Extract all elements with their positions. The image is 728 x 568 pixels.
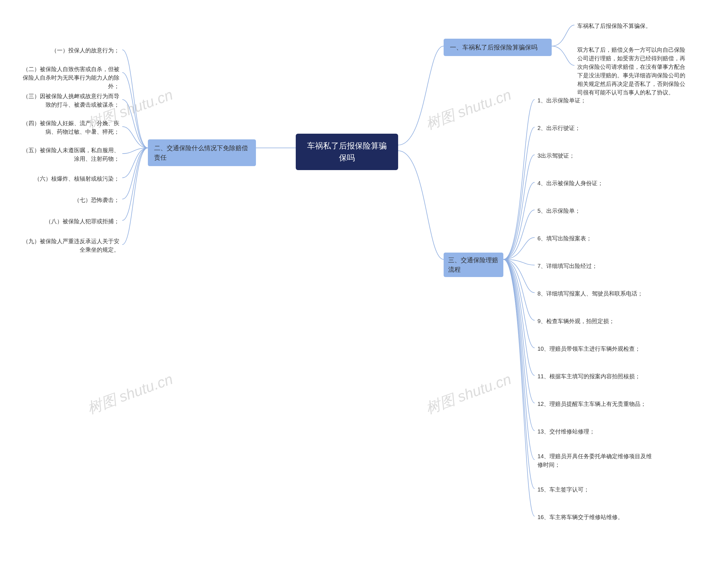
branch-2-leaf-7: （八）被保险人犯罪或拒捕；: [23, 217, 119, 226]
branch-2-leaf-5: （六）核爆炸、核辐射或核污染；: [23, 174, 119, 183]
branch-3-leaf-1: 2、出示行驶证；: [537, 124, 580, 132]
branch-3[interactable]: 三、交通保险理赔流程: [444, 253, 503, 277]
watermark: 树图 shutu.cn: [85, 369, 176, 419]
branch-3-leaf-0: 1、出示保险单证；: [537, 96, 586, 105]
branch-1-leaf-1: 双方私了后，赔偿义务一方可以向自己保险公司进行理赔，如受害方已经得到赔偿，再次向…: [577, 46, 685, 97]
branch-3-leaf-5: 6、填写出险报案表；: [537, 234, 592, 243]
branch-3-leaf-14: 15、车主签字认可；: [537, 485, 589, 494]
branch-3-leaf-12: 13、交付维修站修理；: [537, 427, 595, 436]
branch-2-leaf-6: （七）恐怖袭击；: [23, 196, 119, 204]
branch-3-leaf-8: 9、检查车辆外观，拍照定损；: [537, 317, 615, 325]
watermark: 树图 shutu.cn: [423, 85, 514, 134]
branch-2[interactable]: 二、交通保险什么情况下免除赔偿责任: [148, 139, 256, 166]
branch-2-leaf-8: （九）被保险人严重违反承运人关于安全乘坐的规定。: [23, 237, 119, 254]
branch-3-leaf-15: 16、车主将车辆交于维修站维修。: [537, 513, 623, 521]
branch-3-leaf-2: 3出示驾驶证；: [537, 151, 575, 160]
branch-2-label: 二、交通保险什么情况下免除赔偿责任: [154, 144, 248, 161]
branch-1-label: 一、车祸私了后报保险算骗保吗: [450, 44, 537, 51]
branch-3-leaf-7: 8、详细填写报案人、驾驶员和联系电话；: [537, 289, 643, 298]
branch-3-leaf-13: 14、理赔员开具任务委托单确定维修项目及维修时间；: [537, 452, 657, 469]
branch-2-leaf-0: （一）投保人的故意行为；: [23, 46, 119, 55]
branch-3-leaf-11: 12、理赔员提醒车主车辆上有无贵重物品；: [537, 400, 646, 408]
branch-3-label: 三、交通保险理赔流程: [448, 257, 498, 273]
branch-2-leaf-2: （三）因被保险人挑衅或故意行为而导致的打斗、被袭击或被谋杀；: [23, 92, 119, 109]
branch-2-leaf-4: （五）被保险人未遵医嘱，私自服用、涂用、注射药物；: [23, 146, 119, 163]
branch-3-leaf-10: 11、根据车主填写的报案内容拍照核损；: [537, 372, 640, 381]
branch-3-leaf-4: 5、出示保险单；: [537, 206, 580, 215]
branch-1[interactable]: 一、车祸私了后报保险算骗保吗: [444, 39, 552, 56]
branch-2-leaf-3: （四）被保险人妊娠、流产、分娩、疾病、药物过敏、中暑、猝死；: [23, 119, 119, 136]
root-node[interactable]: 车祸私了后报保险算骗保吗: [296, 134, 398, 170]
branch-2-leaf-1: （二）被保险人自致伤害或自杀，但被保险人自杀时为无民事行为能力人的除外；: [23, 65, 119, 90]
branch-1-leaf-0: 车祸私了后报保险不算骗保。: [577, 22, 651, 30]
branch-3-leaf-6: 7、详细填写出险经过；: [537, 262, 597, 270]
root-title: 车祸私了后报保险算骗保吗: [307, 141, 387, 162]
branch-3-leaf-3: 4、出示被保险人身份证；: [537, 179, 603, 187]
branch-3-leaf-9: 10、理赔员带领车主进行车辆外观检查；: [537, 344, 640, 353]
watermark: 树图 shutu.cn: [423, 369, 514, 419]
